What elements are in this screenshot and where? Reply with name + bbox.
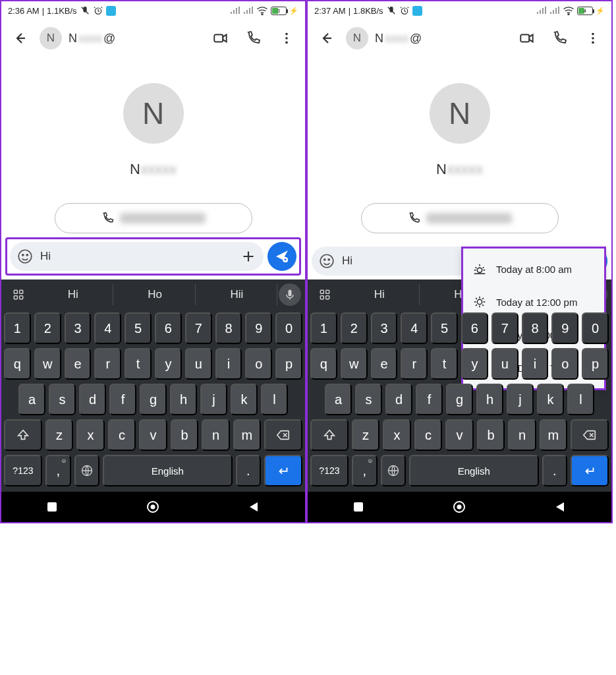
key-m[interactable]: m [540, 419, 567, 451]
period-key[interactable]: . [236, 455, 262, 486]
nav-home-icon[interactable] [446, 494, 472, 520]
key-c[interactable]: c [414, 419, 442, 451]
back-button[interactable] [7, 25, 33, 51]
shift-key[interactable] [310, 419, 349, 451]
key-3[interactable]: 3 [65, 312, 92, 344]
key-5[interactable]: 5 [431, 312, 458, 344]
contact-avatar-small[interactable]: N [346, 27, 368, 49]
key-a[interactable]: a [18, 384, 45, 415]
key-q[interactable]: q [4, 348, 31, 380]
key-p[interactable]: p [275, 348, 302, 380]
send-button[interactable] [267, 242, 296, 271]
key-i[interactable]: i [215, 348, 242, 380]
key-r[interactable]: r [94, 348, 121, 380]
backspace-key[interactable] [571, 419, 609, 451]
key-b[interactable]: b [477, 419, 505, 451]
suggestion-0[interactable]: Hi [33, 284, 113, 305]
suggestion-0[interactable]: Hi [339, 284, 420, 305]
schedule-option-0[interactable]: Today at 8:00 am [463, 252, 604, 285]
keyboard-grid-icon[interactable] [312, 288, 338, 301]
key-5[interactable]: 5 [125, 312, 152, 344]
phone-number-chip[interactable] [55, 203, 252, 233]
key-9[interactable]: 9 [551, 312, 578, 344]
key-2[interactable]: 2 [341, 312, 368, 344]
key-2[interactable]: 2 [34, 312, 61, 344]
key-g[interactable]: g [140, 384, 167, 415]
key-k[interactable]: k [537, 384, 564, 415]
enter-key[interactable] [264, 455, 302, 486]
key-w[interactable]: w [34, 348, 61, 380]
nav-recent-icon[interactable] [345, 494, 372, 520]
key-t[interactable]: t [125, 348, 152, 380]
nav-back-icon[interactable] [241, 494, 267, 520]
symbols-key[interactable]: ?123 [4, 455, 42, 486]
voice-call-button[interactable] [240, 25, 267, 51]
key-j[interactable]: j [507, 384, 534, 415]
symbols-key[interactable]: ?123 [310, 455, 349, 486]
globe-key[interactable] [74, 455, 100, 486]
voice-call-button[interactable] [547, 25, 573, 51]
backspace-key[interactable] [264, 419, 302, 451]
comma-key[interactable]: ,☺ [45, 455, 71, 486]
key-8[interactable]: 8 [522, 312, 549, 344]
key-x[interactable]: x [383, 419, 410, 451]
contact-name-header[interactable]: Nxxxx@ [375, 32, 422, 45]
contact-name-header[interactable]: Nxxxx@ [69, 32, 115, 45]
key-0[interactable]: 0 [582, 312, 609, 344]
key-c[interactable]: c [108, 419, 136, 451]
key-e[interactable]: e [371, 348, 398, 380]
key-s[interactable]: s [49, 384, 76, 415]
nav-recent-icon[interactable] [39, 494, 65, 520]
key-a[interactable]: a [325, 384, 352, 415]
globe-key[interactable] [381, 455, 406, 486]
key-9[interactable]: 9 [245, 312, 272, 344]
nav-home-icon[interactable] [140, 494, 166, 520]
key-n[interactable]: n [202, 419, 229, 451]
shift-key[interactable] [4, 419, 42, 451]
emoji-icon[interactable] [318, 252, 335, 270]
key-f[interactable]: f [109, 384, 136, 415]
key-x[interactable]: x [76, 419, 104, 451]
key-p[interactable]: p [582, 348, 609, 380]
suggestion-1[interactable]: Ho [115, 284, 195, 305]
emoji-icon[interactable] [16, 248, 34, 265]
suggestion-2[interactable]: Hii [197, 284, 277, 305]
key-g[interactable]: g [446, 384, 473, 415]
mic-icon[interactable] [279, 283, 301, 306]
key-r[interactable]: r [401, 348, 428, 380]
key-z[interactable]: z [45, 419, 73, 451]
key-8[interactable]: 8 [215, 312, 242, 344]
key-f[interactable]: f [416, 384, 443, 415]
key-h[interactable]: h [476, 384, 503, 415]
key-b[interactable]: b [171, 419, 198, 451]
key-4[interactable]: 4 [94, 312, 121, 344]
key-k[interactable]: k [231, 384, 258, 415]
key-6[interactable]: 6 [155, 312, 182, 344]
key-d[interactable]: d [79, 384, 106, 415]
key-3[interactable]: 3 [371, 312, 398, 344]
key-s[interactable]: s [355, 384, 382, 415]
key-j[interactable]: j [200, 384, 227, 415]
space-key[interactable]: English [409, 455, 538, 486]
key-z[interactable]: z [352, 419, 379, 451]
key-4[interactable]: 4 [401, 312, 428, 344]
key-w[interactable]: w [341, 348, 368, 380]
key-l[interactable]: l [261, 384, 288, 415]
key-7[interactable]: 7 [185, 312, 212, 344]
key-6[interactable]: 6 [461, 312, 488, 344]
key-y[interactable]: y [155, 348, 182, 380]
key-1[interactable]: 1 [4, 312, 31, 344]
key-i[interactable]: i [522, 348, 549, 380]
message-input[interactable]: Hi [10, 242, 264, 271]
comma-key[interactable]: ,☺ [352, 455, 378, 486]
key-u[interactable]: u [185, 348, 212, 380]
key-u[interactable]: u [491, 348, 518, 380]
video-call-button[interactable] [514, 25, 540, 51]
space-key[interactable]: English [103, 455, 232, 486]
key-q[interactable]: q [310, 348, 337, 380]
key-t[interactable]: t [431, 348, 458, 380]
key-v[interactable]: v [139, 419, 167, 451]
key-m[interactable]: m [233, 419, 261, 451]
back-button[interactable] [313, 25, 339, 51]
key-7[interactable]: 7 [491, 312, 518, 344]
